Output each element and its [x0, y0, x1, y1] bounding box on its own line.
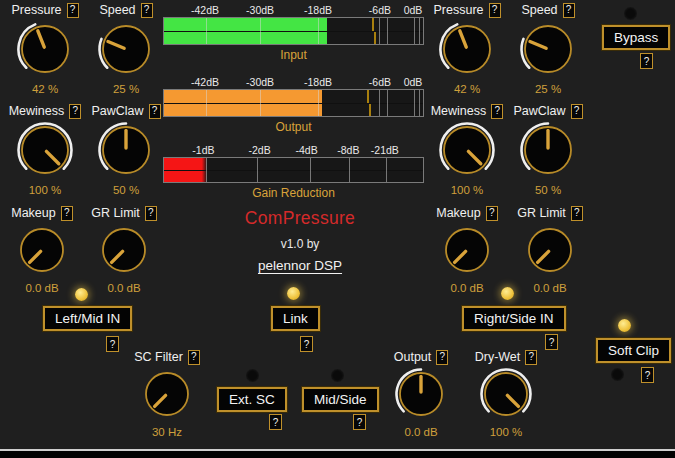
- pawclaw-knob-left[interactable]: PawClaw?50 %: [81, 103, 171, 196]
- link-button[interactable]: Link: [271, 306, 320, 331]
- input-gridline: [260, 18, 261, 44]
- right-side-in-button[interactable]: Right/Side IN: [462, 306, 566, 331]
- gain_reduction-gridline: [257, 158, 258, 182]
- makeup-knob-left[interactable]: Makeup?0.0 dB: [0, 205, 87, 294]
- grlimit_l-dial[interactable]: [97, 223, 151, 277]
- right-side-in-help-icon[interactable]: ?: [545, 334, 558, 350]
- gain_reduction-tick-label: -2dB: [248, 144, 270, 156]
- mewiness_r-label: Mewiness: [431, 104, 487, 118]
- mewiness_l-label: Mewiness: [9, 104, 65, 118]
- grlimit_r-value: 0.0 dB: [505, 282, 595, 294]
- soft-clip-button[interactable]: Soft Clip: [596, 338, 671, 363]
- mewiness-knob-right[interactable]: Mewiness?100 %: [422, 103, 512, 196]
- mid-side-button[interactable]: Mid/Side: [302, 387, 379, 412]
- gr-limit-knob-right[interactable]: GR Limit?0.0 dB: [505, 205, 595, 294]
- pressure_l-help-icon[interactable]: ?: [67, 3, 79, 18]
- gain_reduction-meter-box: [163, 157, 424, 183]
- gain-reduction-meter: -1dB-2dB-4dB-8dB-21dBGain Reduction: [163, 144, 424, 200]
- grlimit_l-value: 0.0 dB: [79, 282, 169, 294]
- mewiness_l-help-icon[interactable]: ?: [69, 104, 81, 119]
- pawclaw_r-label: PawClaw: [513, 104, 565, 118]
- mid-side-help-icon[interactable]: ?: [353, 414, 366, 430]
- bypass-button[interactable]: Bypass: [602, 25, 670, 50]
- pressure-knob-right[interactable]: Pressure?42 %: [422, 2, 512, 95]
- speed_r-dial[interactable]: [519, 20, 577, 78]
- pelennor-dsp-link[interactable]: pelennor DSP: [258, 258, 342, 273]
- output-help-icon[interactable]: ?: [436, 350, 448, 365]
- dry-wet-knob[interactable]: Dry-Wet?100 %: [461, 349, 551, 438]
- link-led: [287, 287, 300, 300]
- bypass-led: [624, 7, 637, 20]
- pressure_l-label: Pressure: [11, 3, 61, 17]
- gr-limit-knob-left[interactable]: GR Limit?0.0 dB: [79, 205, 169, 294]
- makeup-knob-right[interactable]: Makeup?0.0 dB: [422, 205, 512, 294]
- output-gridline: [318, 90, 319, 116]
- output-tick-label: -30dB: [246, 76, 274, 88]
- dry_wet-label: Dry-Wet: [475, 350, 521, 364]
- pawclaw-knob-right[interactable]: PawClaw?50 %: [503, 103, 593, 196]
- input-meter: -42dB-30dB-18dB-6dB0dBInput: [163, 4, 424, 62]
- pawclaw_l-dial[interactable]: [97, 121, 155, 179]
- grlimit_r-dial[interactable]: [523, 223, 577, 277]
- mewiness-knob-left[interactable]: Mewiness?100 %: [0, 103, 90, 196]
- grlimit_r-help-icon[interactable]: ?: [571, 206, 583, 221]
- output-dial[interactable]: [394, 367, 448, 421]
- gain_reduction-meter-scale: -1dB-2dB-4dB-8dB-21dB: [163, 144, 424, 157]
- speed_l-dial[interactable]: [97, 20, 155, 78]
- makeup_r-dial[interactable]: [440, 223, 494, 277]
- output-knob[interactable]: Output?0.0 dB: [376, 349, 466, 438]
- input-meter-fill: [164, 18, 327, 31]
- mewiness_r-value: 100 %: [422, 184, 512, 196]
- input-meter-scale: -42dB-30dB-18dB-6dB0dB: [163, 4, 424, 17]
- speed-knob-left[interactable]: Speed?25 %: [81, 2, 171, 95]
- makeup_l-dial[interactable]: [15, 223, 69, 277]
- output-gridline: [379, 90, 380, 116]
- sc_filter-help-icon[interactable]: ?: [188, 350, 200, 365]
- mewiness_l-dial[interactable]: [16, 121, 74, 179]
- input-meter-box: [163, 17, 424, 45]
- input-peak-mark: [374, 32, 376, 45]
- makeup_r-help-icon[interactable]: ?: [486, 206, 498, 221]
- bypass-help-icon[interactable]: ?: [640, 53, 653, 69]
- plugin-title: ComPressure: [200, 208, 400, 229]
- pawclaw_r-dial[interactable]: [519, 121, 577, 179]
- ext-sc-led: [246, 369, 259, 382]
- sc_filter-value: 30 Hz: [122, 426, 212, 438]
- speed-knob-right[interactable]: Speed?25 %: [503, 2, 593, 95]
- input-peak-mark: [372, 18, 374, 31]
- pressure-knob-left[interactable]: Pressure?42 %: [0, 2, 90, 95]
- output-gridline: [387, 90, 388, 116]
- soft-clip-help-icon[interactable]: ?: [641, 367, 654, 383]
- output-gridline: [260, 90, 261, 116]
- plugin-window: Pressure?42 % Speed?25 % Pressure?42 % S…: [0, 0, 675, 458]
- grlimit_l-help-icon[interactable]: ?: [145, 206, 157, 221]
- mewiness_r-dial[interactable]: [438, 121, 496, 179]
- link-help-icon[interactable]: ?: [300, 336, 313, 352]
- left-mid-in-button[interactable]: Left/Mid IN: [43, 306, 132, 331]
- gain_reduction-meter-fill: [164, 171, 207, 183]
- makeup_l-help-icon[interactable]: ?: [61, 206, 73, 221]
- pawclaw_r-help-icon[interactable]: ?: [571, 104, 583, 119]
- pressure_r-dial[interactable]: [438, 20, 496, 78]
- mewiness_r-help-icon[interactable]: ?: [491, 104, 503, 119]
- dry_wet-help-icon[interactable]: ?: [525, 350, 537, 365]
- output-label: Output: [394, 350, 432, 364]
- sc-filter-knob[interactable]: SC Filter?30 Hz: [122, 349, 212, 438]
- ext-sc-button[interactable]: Ext. SC: [217, 387, 287, 412]
- dry_wet-dial[interactable]: [479, 367, 533, 421]
- input-gridline: [414, 18, 415, 44]
- gain_reduction-gridline: [206, 158, 207, 182]
- speed_l-label: Speed: [99, 3, 135, 17]
- input-tick-label: -6dB: [369, 4, 391, 16]
- ext-sc-help-icon[interactable]: ?: [269, 414, 282, 430]
- pawclaw_l-help-icon[interactable]: ?: [149, 104, 161, 119]
- makeup_r-label: Makeup: [436, 206, 480, 220]
- pressure_r-help-icon[interactable]: ?: [489, 3, 501, 18]
- speed_l-help-icon[interactable]: ?: [141, 3, 153, 18]
- speed_r-help-icon[interactable]: ?: [563, 3, 575, 18]
- left-mid-in-help-icon[interactable]: ?: [106, 336, 119, 352]
- output-peak-mark: [367, 90, 369, 103]
- plugin-version-text: v1.0 by: [200, 237, 400, 251]
- sc_filter-dial[interactable]: [140, 367, 194, 421]
- pressure_l-dial[interactable]: [16, 20, 74, 78]
